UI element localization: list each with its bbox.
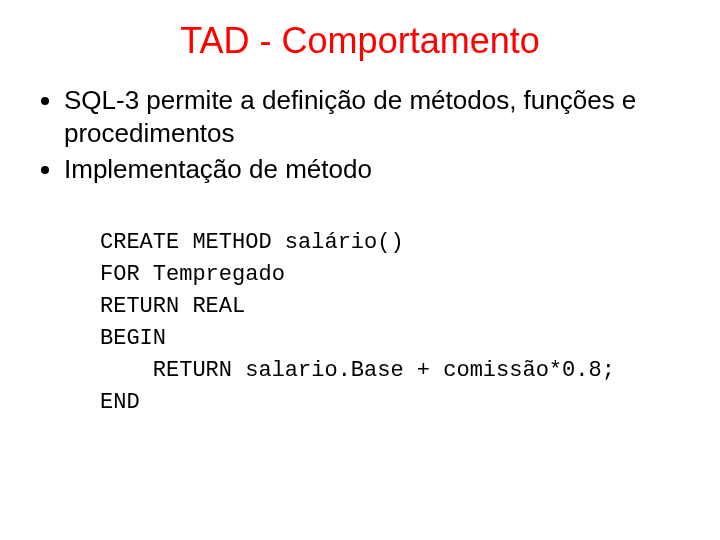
slide: TAD - Comportamento SQL-3 permite a defi…: [0, 0, 720, 540]
code-line-4: BEGIN: [100, 326, 166, 351]
code-line-5: RETURN salario.Base + comissão*0.8;: [100, 358, 615, 383]
bullet-list: SQL-3 permite a definição de métodos, fu…: [40, 84, 692, 186]
bullet-item-2: Implementação de método: [64, 153, 692, 186]
bullet-item-1: SQL-3 permite a definição de métodos, fu…: [64, 84, 692, 149]
code-line-1: CREATE METHOD salário(): [100, 230, 404, 255]
code-line-3: RETURN REAL: [100, 294, 245, 319]
slide-title: TAD - Comportamento: [28, 20, 692, 62]
code-line-2: FOR Tempregado: [100, 262, 285, 287]
code-line-6: END: [100, 390, 140, 415]
code-block: CREATE METHOD salário() FOR Tempregado R…: [100, 196, 692, 451]
